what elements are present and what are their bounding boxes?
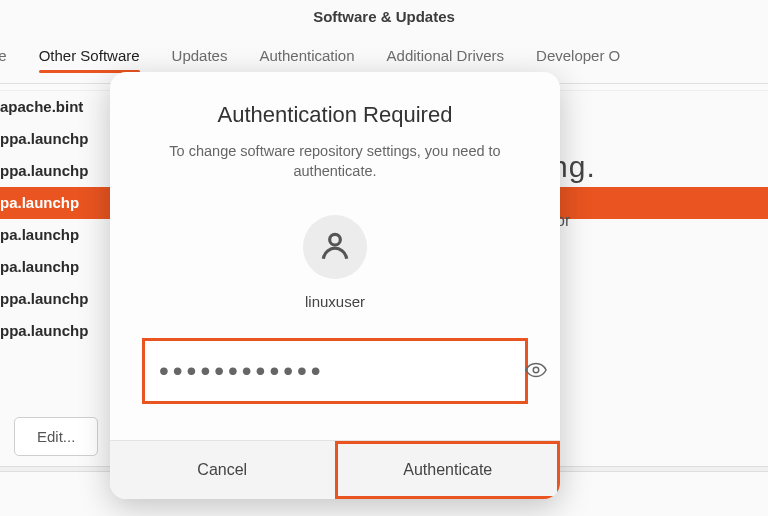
auth-dialog: Authentication Required To change softwa…: [110, 72, 560, 499]
avatar-wrap: linuxuser: [110, 215, 560, 310]
dialog-title: Authentication Required: [110, 72, 560, 132]
user-icon: [318, 228, 352, 266]
dialog-subtext: To change software repository settings, …: [110, 132, 560, 181]
username-label: linuxuser: [110, 293, 560, 310]
password-input[interactable]: [147, 343, 525, 399]
svg-point-0: [330, 235, 341, 246]
edit-button[interactable]: Edit...: [14, 417, 98, 456]
password-row: [142, 338, 528, 404]
svg-point-1: [533, 367, 539, 373]
eye-icon: [525, 359, 547, 384]
reveal-password-button[interactable]: [525, 349, 547, 393]
tab-software[interactable]: tware: [0, 41, 7, 83]
dialog-buttons: Cancel Authenticate: [110, 440, 560, 499]
authenticate-button[interactable]: Authenticate: [335, 441, 561, 499]
window-title: Software & Updates: [0, 0, 768, 43]
cancel-button[interactable]: Cancel: [110, 441, 335, 499]
avatar: [303, 215, 367, 279]
